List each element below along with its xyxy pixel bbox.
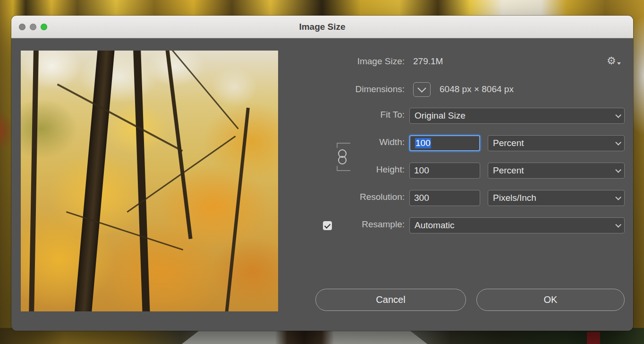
dialog-body: Image Size: 279.1M ⚙ Dimensions: 6048 px… <box>11 38 633 331</box>
resample-label: Resample: <box>362 219 405 230</box>
minimize-button[interactable] <box>30 24 36 30</box>
dimensions-label: Dimensions: <box>355 84 405 95</box>
close-button[interactable] <box>19 24 25 30</box>
resample-checkbox[interactable] <box>323 221 332 230</box>
zoom-button[interactable] <box>41 24 47 30</box>
ok-button[interactable]: OK <box>476 289 625 311</box>
chevron-down-icon <box>615 194 621 200</box>
dimensions-unit-button[interactable] <box>413 82 431 97</box>
dimensions-value: 6048 px × 8064 px <box>440 84 514 95</box>
tent <box>182 331 427 344</box>
dialog-title: Image Size <box>299 22 345 32</box>
height-input[interactable] <box>409 163 480 179</box>
resolution-input[interactable] <box>409 190 480 206</box>
link-dimensions-bracket <box>332 133 361 185</box>
chevron-down-icon <box>417 84 426 92</box>
fit-to-select[interactable]: Original Size <box>409 108 625 124</box>
height-unit-value: Percent <box>493 165 524 176</box>
image-size-label: Image Size: <box>357 56 405 67</box>
resolution-unit-value: Pixels/Inch <box>493 193 536 203</box>
image-size-dialog: Image Size Image Size: 279.1M ⚙ Dimensio… <box>11 16 633 331</box>
chevron-down-icon <box>615 167 621 173</box>
height-label: Height: <box>376 164 405 175</box>
width-unit-select[interactable]: Percent <box>488 135 625 151</box>
chevron-down-icon <box>615 222 621 228</box>
resolution-label: Resolution: <box>360 192 405 202</box>
gear-icon[interactable]: ⚙ <box>607 54 622 68</box>
tree-trunk <box>29 51 39 311</box>
titlebar: Image Size <box>11 16 633 38</box>
tree-trunk <box>225 108 250 311</box>
resample-method-value: Automatic <box>415 220 454 231</box>
tree-trunk <box>74 51 115 311</box>
width-unit-value: Percent <box>493 138 524 148</box>
width-label: Width: <box>379 137 405 147</box>
gear-caret-icon <box>617 62 621 65</box>
chevron-down-icon <box>615 139 621 146</box>
width-input-selected-text: 100 <box>415 138 431 148</box>
image-size-value: 279.1M <box>413 56 443 67</box>
width-input[interactable]: 100 <box>409 135 480 151</box>
tree-trunk <box>133 51 151 311</box>
tree-branch <box>171 51 239 129</box>
image-preview <box>21 51 278 311</box>
chevron-down-icon <box>615 112 621 118</box>
gear-glyph: ⚙ <box>607 55 616 67</box>
cancel-button[interactable]: Cancel <box>315 289 466 311</box>
fit-to-selected-value: Original Size <box>415 111 466 121</box>
fit-to-label: Fit To: <box>381 110 405 120</box>
height-unit-select[interactable]: Percent <box>488 163 625 179</box>
resample-method-select[interactable]: Automatic <box>409 217 625 233</box>
tree-branch <box>57 84 183 152</box>
red-chair <box>587 332 600 344</box>
resolution-unit-select[interactable]: Pixels/Inch <box>488 190 625 206</box>
traffic-lights <box>19 16 47 38</box>
